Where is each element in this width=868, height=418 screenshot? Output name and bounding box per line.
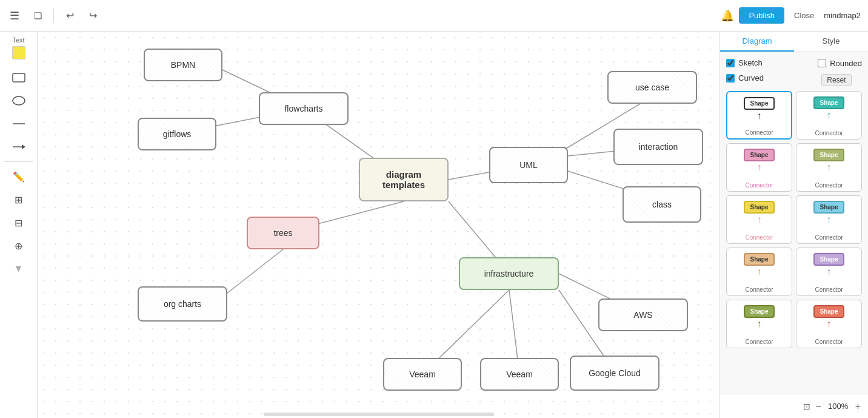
arrow-tool[interactable] [8, 136, 30, 158]
node-center[interactable]: diagramtemplates [359, 158, 449, 201]
node-uml[interactable]: UML [489, 147, 568, 183]
shapes-tool[interactable]: ⊞ [8, 189, 30, 211]
style-card-6[interactable]: Shape ↑ Connector [796, 195, 862, 244]
redo-btn[interactable]: ↪ [83, 6, 102, 25]
sc8-connector-label: Connector [815, 286, 843, 293]
style-card-9[interactable]: Shape ↑ Connector [726, 300, 792, 348]
rectangle-tool[interactable] [8, 67, 30, 89]
topbar-right: 🔔 Publish Close mindmap2 [721, 7, 861, 24]
rounded-checkbox[interactable] [818, 59, 826, 67]
node-trees[interactable]: trees [247, 217, 319, 249]
topbar-left: ☰ ❏ ↩ ↪ [5, 6, 102, 25]
zoom-level: 100% [826, 402, 850, 411]
style-card-7[interactable]: Shape ↑ Connector [726, 248, 792, 296]
ellipse-tool[interactable] [8, 90, 30, 112]
page-btn[interactable]: ❏ [28, 6, 47, 25]
text-color-swatch[interactable] [12, 46, 25, 59]
freehand-tool[interactable]: ✏️ [8, 166, 30, 187]
curved-checkbox-row: Curved [726, 73, 764, 83]
left-toolbar: Text ✏️ ⊞ ⊟ ⊕ ▼ [0, 32, 38, 418]
node-orgcharts[interactable]: org charts [138, 286, 227, 322]
sc9-connector-label: Connector [745, 339, 773, 345]
sc4-connector-label: Connector [815, 182, 843, 189]
rounded-checkbox-row: Rounded [818, 59, 862, 68]
sc1-connector-label: Connector [745, 129, 773, 136]
more-tool[interactable]: ▼ [8, 258, 30, 280]
minimap-btn[interactable]: ⊡ [803, 402, 810, 411]
close-btn[interactable]: Close [789, 7, 819, 24]
sketch-checkbox[interactable] [726, 59, 735, 67]
line-tool[interactable] [8, 113, 30, 135]
main-canvas: BPMN flowcharts gitflows diagramtemplate… [38, 32, 719, 418]
sketch-checkbox-row: Sketch [726, 58, 764, 67]
curved-label: Curved [738, 73, 764, 83]
style-card-8[interactable]: Shape ↑ Connector [796, 248, 862, 296]
app-title: mindmap2 [824, 11, 861, 20]
panel-body: Sketch Curved Rounded Reset Shape [720, 52, 868, 394]
sc5-connector-label: Connector [745, 234, 773, 241]
style-grid: Shape ↑ Connector Shape ↑ Connector Shap… [726, 91, 862, 348]
style-card-1[interactable]: Shape ↑ Connector [726, 91, 792, 140]
node-usecase[interactable]: use case [607, 71, 697, 104]
add-tool[interactable]: ⊕ [8, 235, 30, 257]
style-card-10[interactable]: Shape ↑ Connector [796, 300, 862, 348]
sc3-connector-label: Connector [745, 182, 773, 189]
menu-btn[interactable]: ☰ [5, 6, 24, 25]
zoom-in-btn[interactable]: + [853, 401, 863, 412]
curved-checkbox[interactable] [726, 74, 735, 83]
bell-icon[interactable]: 🔔 [721, 9, 734, 22]
node-bpmn[interactable]: BPMN [144, 49, 222, 81]
node-interaction[interactable]: interaction [613, 129, 703, 165]
node-veeam2[interactable]: Veeam [480, 358, 559, 391]
node-veeam1[interactable]: Veeam [383, 358, 462, 391]
sketch-label: Sketch [738, 58, 763, 67]
text-label: Text [12, 36, 24, 44]
style-card-3[interactable]: Shape ↑ Connector [726, 143, 792, 192]
node-googlecloud[interactable]: Google Cloud [570, 356, 659, 391]
sc7-connector-label: Connector [745, 286, 773, 293]
zoom-out-btn[interactable]: − [813, 401, 823, 412]
sc2-connector-label: Connector [815, 130, 843, 137]
zoom-controls: ⊡ − 100% + [720, 394, 868, 418]
svg-point-1 [13, 96, 25, 105]
node-infrastructure[interactable]: infrastructure [459, 257, 559, 290]
right-panel: Format ▲ Diagram Style Sketch Curved [719, 0, 868, 418]
node-flowcharts[interactable]: flowcharts [259, 92, 349, 125]
style-card-2[interactable]: Shape ↑ Connector [796, 91, 862, 140]
panel-tabs: Diagram Style [720, 32, 868, 52]
node-gitflows[interactable]: gitflows [138, 118, 216, 150]
publish-btn[interactable]: Publish [739, 7, 784, 24]
style-card-5[interactable]: Shape ↑ Connector [726, 195, 792, 244]
horizontal-scrollbar[interactable] [38, 411, 719, 418]
reset-btn[interactable]: Reset [821, 74, 851, 86]
svg-rect-0 [13, 73, 25, 82]
rounded-label: Rounded [830, 59, 862, 68]
sc6-connector-label: Connector [815, 234, 843, 241]
tab-style[interactable]: Style [794, 32, 868, 52]
svg-marker-4 [22, 144, 25, 149]
table-tool[interactable]: ⊟ [8, 212, 30, 234]
node-aws[interactable]: AWS [598, 298, 688, 331]
style-card-4[interactable]: Shape ↑ Connector [796, 143, 862, 192]
sc10-connector-label: Connector [815, 339, 843, 345]
tab-diagram[interactable]: Diagram [720, 32, 794, 52]
undo-btn[interactable]: ↩ [60, 6, 79, 25]
node-class[interactable]: class [623, 186, 701, 223]
